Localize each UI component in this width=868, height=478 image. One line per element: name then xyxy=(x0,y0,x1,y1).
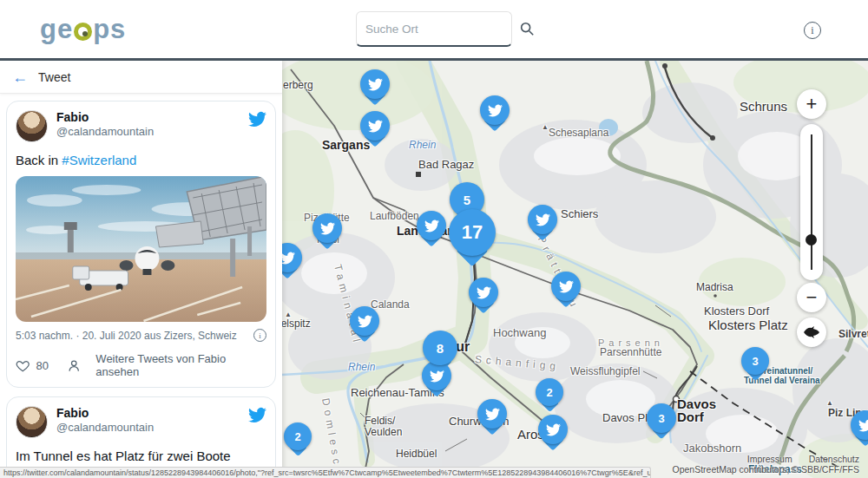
tweet-marker-pin[interactable] xyxy=(551,272,581,311)
search-input[interactable] xyxy=(365,23,519,36)
map-canvas[interactable]: erbergSargansRheinBad RagazSchruns▲Sches… xyxy=(282,61,868,478)
avatar xyxy=(16,406,48,438)
tweet-card[interactable]: Fabio @calandamountain Back in #Switzerl… xyxy=(6,101,276,388)
logo-text-ge: ge xyxy=(40,14,73,45)
twitter-bird-icon xyxy=(480,95,510,125)
cluster-count: 2 xyxy=(536,378,563,406)
tweet-photo-airport[interactable] xyxy=(16,176,266,322)
info-icon[interactable]: i xyxy=(804,22,821,39)
link-preview-statusbar: https://twitter.com/calandamountain/stat… xyxy=(0,467,651,478)
user-icon xyxy=(67,358,81,373)
osm-credits: OpenStreetMap contributors, © SBB/CFF/FF… xyxy=(673,464,859,475)
zoom-slider[interactable] xyxy=(800,124,823,280)
twitter-bird-icon xyxy=(417,211,446,240)
tweet-sidebar: ← Tweet Fabio @calandamountain Back in #… xyxy=(0,61,282,478)
twitter-bird-icon[interactable] xyxy=(248,110,266,128)
tweet-marker-pin[interactable] xyxy=(477,399,507,439)
tweet-cluster-pin[interactable]: 2 xyxy=(536,378,563,413)
hashtag-link[interactable]: #Switzerland xyxy=(62,153,136,167)
tweet-timestamp: 5:03 nachm. · 20. Juli 2020 aus Zizers, … xyxy=(16,330,237,342)
tweet-author: Fabio xyxy=(56,406,248,420)
like-count: 80 xyxy=(36,359,48,372)
map-attribution: Impressum Datenschutz OpenStreetMap cont… xyxy=(673,454,859,475)
tweet-marker-pin[interactable] xyxy=(480,95,510,135)
tweet-cluster-pin[interactable]: 8 xyxy=(423,331,457,374)
tweet-marker-pin[interactable] xyxy=(851,410,868,450)
twitter-bird-icon xyxy=(528,205,557,234)
twitter-bird-icon xyxy=(350,306,379,336)
twitter-bird-icon xyxy=(477,399,507,429)
tweet-marker-pin[interactable] xyxy=(528,205,557,245)
tweet-cluster-pin[interactable]: 3 xyxy=(741,347,769,382)
tweet-marker-pin[interactable] xyxy=(312,213,342,253)
sidebar-title: Tweet xyxy=(38,70,70,84)
cluster-count: 3 xyxy=(647,403,676,433)
geops-logo[interactable]: geps xyxy=(40,14,126,45)
cluster-count: 8 xyxy=(423,331,457,365)
twitter-bird-icon[interactable] xyxy=(248,406,266,424)
like-icon[interactable] xyxy=(16,358,30,373)
zoom-out-button[interactable]: − xyxy=(797,283,826,312)
search-box xyxy=(356,11,512,47)
twitter-bird-icon xyxy=(851,410,868,440)
sidebar-header: ← Tweet xyxy=(0,61,282,94)
twitter-bird-icon xyxy=(312,213,342,243)
tweet-marker-pin[interactable] xyxy=(469,278,498,318)
tweet-text: Back in #Switzerland xyxy=(16,153,266,167)
tweet-marker-pin[interactable] xyxy=(360,69,390,109)
tweet-marker-pin[interactable] xyxy=(538,415,568,455)
search-icon[interactable] xyxy=(519,21,535,36)
impressum-link[interactable]: Impressum xyxy=(747,454,792,464)
back-arrow-icon[interactable]: ← xyxy=(12,69,28,85)
zoom-slider-handle[interactable] xyxy=(806,234,817,246)
logo-o-icon xyxy=(74,23,92,41)
tweet-cluster-pin[interactable]: 3 xyxy=(647,403,676,441)
more-tweets-link[interactable]: Weitere Tweets von Fabio ansehen xyxy=(95,352,266,378)
tweet-marker-pin[interactable] xyxy=(417,211,446,251)
tweet-cluster-pin[interactable]: 2 xyxy=(284,422,312,457)
tweet-card-list: Fabio @calandamountain Back in #Switzerl… xyxy=(0,94,282,478)
tweet-handle: @calandamountain xyxy=(56,125,248,138)
cluster-count: 2 xyxy=(284,422,312,450)
twitter-bird-icon xyxy=(551,272,581,301)
zoom-slider-track xyxy=(811,134,812,270)
tweet-marker-pin[interactable] xyxy=(350,306,379,346)
cluster-count: 3 xyxy=(741,347,769,375)
twitter-bird-icon xyxy=(469,278,498,307)
tweet-marker-pin[interactable] xyxy=(360,111,390,151)
tweet-card[interactable]: Fabio @calandamountain Im Tunnel es hat … xyxy=(6,396,276,478)
tweet-cluster-pin[interactable]: 17 xyxy=(449,209,496,268)
tweet-handle: @calandamountain xyxy=(56,421,248,434)
tweet-info-icon[interactable]: i xyxy=(253,329,266,342)
fish-icon xyxy=(803,326,820,338)
cluster-count: 17 xyxy=(449,209,496,256)
logo-text-ps: ps xyxy=(93,14,126,45)
header: geps i xyxy=(0,0,868,61)
twitter-bird-icon xyxy=(360,69,390,99)
app: geps i ← Tweet Fabio @calandamountain xyxy=(0,0,868,478)
datenschutz-link[interactable]: Datenschutz xyxy=(809,454,859,464)
fish-button[interactable] xyxy=(797,318,826,347)
zoom-in-button[interactable]: + xyxy=(797,89,826,119)
avatar xyxy=(16,110,48,142)
tweet-marker-pin[interactable] xyxy=(282,243,302,283)
map-markers: 58223317 xyxy=(282,61,868,478)
tweet-author: Fabio xyxy=(56,110,248,124)
twitter-bird-icon xyxy=(360,111,390,141)
twitter-bird-icon xyxy=(282,243,302,272)
tweet-text: Im Tunnel es hat Platz für zwei Boote xyxy=(16,449,266,463)
twitter-bird-icon xyxy=(538,415,568,444)
